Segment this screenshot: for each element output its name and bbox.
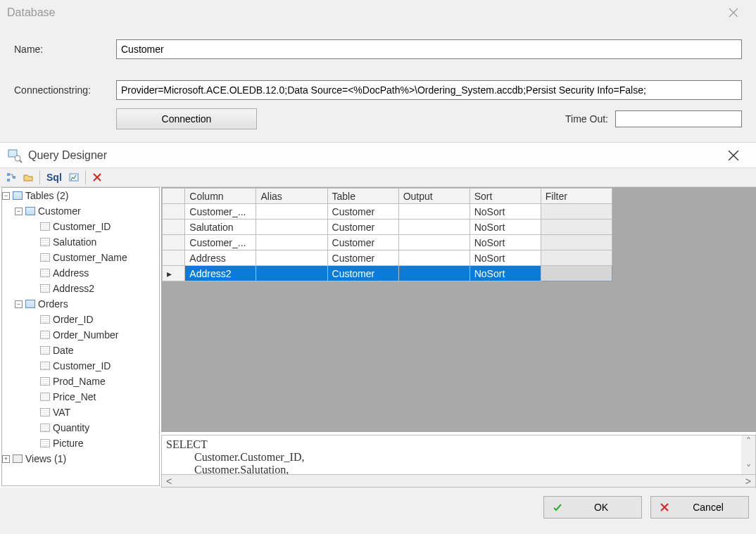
- row-header[interactable]: [163, 250, 185, 266]
- grid-cell-alias[interactable]: [256, 250, 327, 266]
- toolbar-tree-button[interactable]: [4, 170, 18, 184]
- tree-field-label: Customer_Name: [53, 250, 127, 265]
- connection-button[interactable]: Connection: [116, 108, 257, 129]
- tree-field-customer-name[interactable]: Customer_Name: [40, 250, 159, 265]
- grid-cell-output[interactable]: [398, 235, 470, 250]
- tree-field-label: Order_ID: [53, 312, 94, 327]
- toolbar-separator: [85, 170, 86, 184]
- grid-cell-filter[interactable]: [541, 204, 612, 220]
- grid-cell-table[interactable]: Customer: [327, 220, 398, 235]
- tree-table-customer[interactable]: −Customer: [15, 203, 159, 219]
- grid-cell-alias[interactable]: [256, 235, 327, 250]
- grid-cell-sort[interactable]: NoSort: [470, 235, 541, 250]
- grid-cell-sort[interactable]: NoSort: [470, 266, 541, 281]
- grid-cell-alias[interactable]: [256, 220, 327, 235]
- tree-field-salutation[interactable]: Salutation: [40, 234, 159, 250]
- tree-field-label: Price_Net: [53, 389, 96, 405]
- database-close-button[interactable]: [718, 0, 749, 25]
- tree-field-vat[interactable]: VAT: [40, 405, 159, 420]
- tree-field-address[interactable]: Address: [40, 265, 159, 281]
- tree-table-label: Customer: [38, 203, 81, 219]
- row-header[interactable]: [163, 204, 185, 220]
- tree-field-order-id[interactable]: Order_ID: [40, 312, 159, 327]
- grid-header-sort[interactable]: Sort: [470, 189, 541, 204]
- delete-icon: [92, 172, 102, 182]
- tree-field-picture[interactable]: Picture: [40, 436, 159, 451]
- grid-cell-filter[interactable]: [541, 220, 612, 235]
- tree-field-prod-name[interactable]: Prod_Name: [40, 374, 159, 389]
- close-icon: [729, 8, 738, 18]
- grid-header-filter[interactable]: Filter: [541, 189, 612, 204]
- sql-panel: SELECT Customer.Customer_ID, Customer.Sa…: [161, 435, 756, 475]
- tree-field-customer-id[interactable]: Customer_ID: [40, 358, 159, 374]
- connectionstring-label: Connectionstring:: [7, 84, 116, 96]
- scroll-up-icon: ˄: [746, 436, 751, 447]
- tree-field-customer-id[interactable]: Customer_ID: [40, 219, 159, 234]
- grid-cell-output[interactable]: [398, 204, 470, 220]
- grid-cell-table[interactable]: Customer: [327, 250, 398, 266]
- grid-cell-sort[interactable]: NoSort: [470, 250, 541, 266]
- grid-row[interactable]: Customer_...CustomerNoSort: [163, 204, 612, 220]
- svg-rect-5: [13, 176, 15, 179]
- grid-row[interactable]: AddressCustomerNoSort: [163, 250, 612, 266]
- name-input[interactable]: [116, 39, 742, 59]
- tree-root-views[interactable]: +Views (1): [2, 451, 159, 466]
- tree-field-order-number[interactable]: Order_Number: [40, 327, 159, 343]
- sql-scrollbar-h[interactable]: < >: [161, 475, 756, 488]
- query-designer-close-button[interactable]: [718, 143, 749, 168]
- grid-header-column[interactable]: Column: [185, 189, 256, 204]
- grid-cell-filter[interactable]: [541, 250, 612, 266]
- ok-button[interactable]: OK: [543, 496, 642, 519]
- grid-cell-table[interactable]: Customer: [327, 235, 398, 250]
- grid-cell-column[interactable]: Customer_...: [185, 235, 256, 250]
- timeout-input[interactable]: [615, 110, 742, 127]
- row-header[interactable]: ▸: [163, 266, 185, 281]
- tree-field-quantity[interactable]: Quantity: [40, 420, 159, 436]
- toolbar-sql-button[interactable]: Sql: [44, 170, 64, 184]
- grid-row[interactable]: Customer_...CustomerNoSort: [163, 235, 612, 250]
- database-titlebar: Database: [0, 0, 756, 25]
- grid-cell-column[interactable]: Address2: [185, 266, 256, 281]
- tree-table-orders[interactable]: −Orders: [15, 296, 159, 312]
- tree-field-address2[interactable]: Address2: [40, 281, 159, 296]
- grid-cell-output[interactable]: [398, 266, 470, 281]
- toolbar-delete-button[interactable]: [90, 170, 104, 184]
- connectionstring-input[interactable]: [116, 80, 742, 100]
- sql-scrollbar-v[interactable]: ˄ ˅: [741, 436, 755, 474]
- grid-row[interactable]: SalutationCustomerNoSort: [163, 220, 612, 235]
- tree-field-date[interactable]: Date: [40, 343, 159, 358]
- grid-cell-output[interactable]: [398, 250, 470, 266]
- grid-cell-table[interactable]: Customer: [327, 204, 398, 220]
- grid-cell-table[interactable]: Customer: [327, 266, 398, 281]
- grid-cell-alias[interactable]: [256, 266, 327, 281]
- cancel-button[interactable]: Cancel: [650, 496, 749, 519]
- row-header[interactable]: [163, 235, 185, 250]
- query-grid[interactable]: Column Alias Table Output Sort Filter Cu…: [161, 187, 756, 432]
- row-header[interactable]: [163, 220, 185, 235]
- grid-cell-sort[interactable]: NoSort: [470, 204, 541, 220]
- grid-cell-column[interactable]: Customer_...: [185, 204, 256, 220]
- grid-cell-column[interactable]: Address: [185, 250, 256, 266]
- grid-cell-filter[interactable]: [541, 266, 612, 281]
- open-icon: [23, 172, 33, 182]
- grid-row[interactable]: ▸Address2CustomerNoSort: [163, 266, 612, 281]
- grid-cell-column[interactable]: Salutation: [185, 220, 256, 235]
- tree-field-price-net[interactable]: Price_Net: [40, 389, 159, 405]
- sql-text[interactable]: SELECT Customer.Customer_ID, Customer.Sa…: [162, 436, 741, 474]
- grid-cell-filter[interactable]: [541, 235, 612, 250]
- grid-header-table[interactable]: Table: [327, 189, 398, 204]
- toolbar-run-button[interactable]: [67, 170, 81, 184]
- query-designer-toolbar: Sql: [0, 167, 756, 187]
- tables-tree[interactable]: −Tables (2) −Customer Customer_ID Saluta…: [1, 187, 160, 486]
- grid-cell-sort[interactable]: NoSort: [470, 220, 541, 235]
- svg-rect-3: [7, 173, 10, 176]
- tree-root-tables[interactable]: −Tables (2): [2, 188, 159, 203]
- toolbar-separator: [39, 170, 40, 184]
- field-icon: [40, 284, 50, 293]
- tree-field-label: Customer_ID: [53, 219, 111, 234]
- grid-header-alias[interactable]: Alias: [256, 189, 327, 204]
- grid-cell-alias[interactable]: [256, 204, 327, 220]
- grid-header-output[interactable]: Output: [398, 189, 470, 204]
- grid-cell-output[interactable]: [398, 220, 470, 235]
- toolbar-open-button[interactable]: [21, 170, 35, 184]
